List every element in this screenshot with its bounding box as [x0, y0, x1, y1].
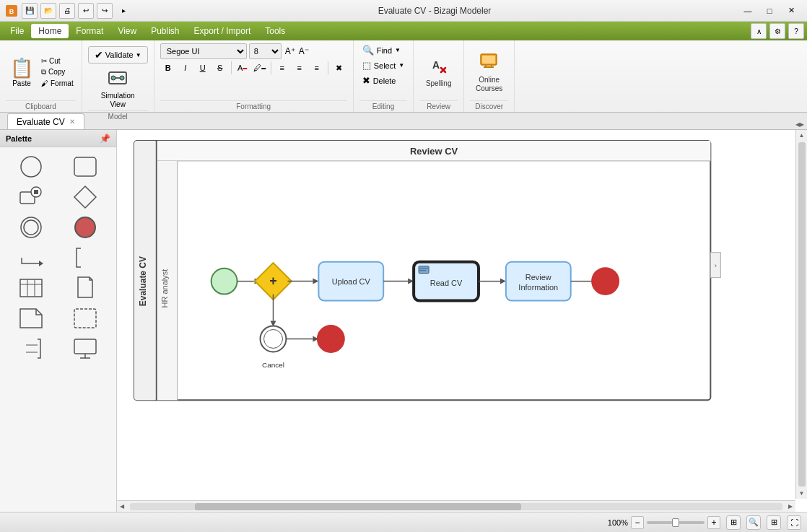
- delete-label: Delete: [373, 77, 396, 85]
- palette-item-task[interactable]: [60, 153, 111, 180]
- zoom-minus-button[interactable]: −: [631, 516, 644, 529]
- open-btn[interactable]: 📂: [40, 3, 56, 19]
- copy-button[interactable]: ⧉ Copy: [39, 67, 76, 77]
- menu-export-import[interactable]: Export / Import: [187, 24, 258, 38]
- palette-item-annotation[interactable]: [60, 244, 111, 271]
- online-courses-icon: [479, 51, 500, 74]
- highlight-button[interactable]: 🖊▬: [252, 61, 268, 75]
- tab-close-icon[interactable]: ✕: [69, 118, 75, 126]
- menu-tools[interactable]: Tools: [258, 24, 292, 38]
- palette-item-monitor[interactable]: [60, 335, 111, 362]
- spelling-button[interactable]: A Spelling: [421, 53, 457, 91]
- clipboard-inner: 📋 Paste ✂ Cut ⧉ Copy 🖌 Format: [6, 56, 76, 89]
- simulation-view-button[interactable]: SimulationView: [95, 69, 141, 110]
- palette-item-intermediate-catch[interactable]: [60, 214, 111, 241]
- save-btn[interactable]: 💾: [22, 3, 38, 19]
- palette-item-gateway[interactable]: [60, 183, 111, 211]
- palette-item-note[interactable]: [6, 305, 57, 332]
- bold-button[interactable]: B: [160, 61, 176, 75]
- palette-item-group[interactable]: [60, 305, 111, 332]
- options-btn[interactable]: ⚙: [769, 23, 785, 39]
- font-size-btns: A⁺ A⁻: [284, 43, 310, 59]
- palette-item-start-event[interactable]: [6, 153, 57, 180]
- delete-button[interactable]: ✖ Delete: [359, 74, 408, 87]
- scroll-up-button[interactable]: ▲: [797, 130, 807, 141]
- paste-button[interactable]: 📋 Paste: [6, 56, 38, 89]
- scroll-thumb-v[interactable]: [798, 142, 806, 487]
- align-center-button[interactable]: ≡: [292, 61, 307, 75]
- clear-format-button[interactable]: ✖: [331, 61, 347, 75]
- scroll-thumb-h[interactable]: [195, 503, 521, 510]
- svg-text:Read CV: Read CV: [430, 279, 463, 287]
- svg-text:Upload CV: Upload CV: [332, 277, 371, 286]
- fit-page-button[interactable]: ⊞: [726, 515, 741, 530]
- close-button[interactable]: ✕: [781, 4, 801, 18]
- vertical-scrollbar[interactable]: ▲ ▼: [795, 130, 807, 499]
- tab-evaluate-cv[interactable]: Evaluate CV ✕: [7, 113, 84, 129]
- maximize-button[interactable]: □: [759, 4, 780, 18]
- menu-format[interactable]: Format: [69, 24, 110, 38]
- redo-btn[interactable]: ↪: [97, 3, 113, 19]
- zoom-plus-button[interactable]: +: [707, 516, 720, 529]
- svg-text:Evaluate CV: Evaluate CV: [138, 256, 148, 306]
- menu-bar: File Home Format View Publish Export / I…: [0, 22, 807, 40]
- menu-home[interactable]: Home: [31, 24, 69, 38]
- scroll-right-button[interactable]: ▶: [785, 502, 795, 511]
- online-courses-button[interactable]: OnlineCourses: [471, 48, 507, 97]
- editing-label: Editing: [359, 100, 408, 110]
- validate-button[interactable]: ✔ Validate ▼: [88, 46, 148, 64]
- align-left-button[interactable]: ≡: [274, 61, 290, 75]
- palette-pin-icon[interactable]: 📌: [100, 134, 110, 144]
- tab-label: Evaluate CV: [17, 117, 65, 127]
- font-color-button[interactable]: A▬: [235, 61, 250, 75]
- separator: ▸: [115, 3, 131, 19]
- help-btn[interactable]: ?: [788, 23, 804, 39]
- format-painter-button[interactable]: 🖌 Format: [39, 79, 76, 88]
- palette-item-bracket[interactable]: [6, 335, 57, 362]
- zoom-reset-button[interactable]: 🔍: [746, 515, 761, 530]
- strikethrough-button[interactable]: S: [212, 61, 228, 75]
- font-grow-button[interactable]: A⁺: [284, 43, 297, 59]
- find-button[interactable]: 🔍 Find ▼: [359, 43, 408, 57]
- svg-text:HR analyst: HR analyst: [160, 269, 169, 308]
- scroll-down-button[interactable]: ▼: [797, 488, 807, 499]
- tab-scroll-right[interactable]: ▸: [800, 119, 804, 129]
- ribbon-collapse-btn[interactable]: ∧: [751, 23, 767, 39]
- palette-item-intermediate-event[interactable]: [6, 183, 57, 211]
- discover-buttons: OnlineCourses: [471, 43, 507, 100]
- menu-publish[interactable]: Publish: [144, 24, 186, 38]
- palette-item-end-event[interactable]: [6, 214, 57, 241]
- svg-point-3: [111, 76, 115, 80]
- formatting-label: Formatting: [160, 100, 347, 110]
- diagram-svg: Evaluate CV Review CV HR analyst ›: [117, 130, 807, 512]
- svg-rect-13: [74, 157, 96, 176]
- format-painter-label: Format: [51, 79, 74, 87]
- scroll-track-h: [130, 503, 782, 510]
- palette-item-sequence-flow[interactable]: [6, 244, 57, 271]
- title-bar: B 💾 📂 🖨 ↩ ↪ ▸ Evaluate CV - Bizagi Model…: [0, 0, 807, 22]
- italic-button[interactable]: I: [178, 61, 193, 75]
- canvas-area[interactable]: Evaluate CV Review CV HR analyst ›: [117, 130, 807, 512]
- zoom-slider[interactable]: [647, 521, 705, 524]
- align-justify-button[interactable]: ≡: [309, 61, 325, 75]
- menu-view[interactable]: View: [110, 24, 144, 38]
- palette-item-document[interactable]: [60, 274, 111, 302]
- cut-button[interactable]: ✂ Cut: [39, 56, 76, 66]
- minimize-button[interactable]: —: [738, 4, 758, 18]
- size-select[interactable]: 8 9 10 11 12: [249, 43, 282, 59]
- font-select[interactable]: Segoe UI Arial Times New Roman: [160, 43, 247, 59]
- horizontal-scrollbar[interactable]: ◀ ▶: [117, 500, 795, 512]
- underline-button[interactable]: U: [195, 61, 211, 75]
- fullscreen-button[interactable]: ⛶: [787, 515, 801, 530]
- scroll-left-button[interactable]: ◀: [117, 502, 127, 511]
- font-shrink-button[interactable]: A⁻: [297, 43, 310, 59]
- zoom-level-label: 100%: [608, 518, 628, 527]
- model-label: Model: [88, 110, 148, 121]
- menu-file[interactable]: File: [3, 24, 31, 38]
- svg-text:Information: Information: [518, 283, 558, 292]
- undo-btn[interactable]: ↩: [78, 3, 94, 19]
- palette-item-table[interactable]: [6, 274, 57, 302]
- print-btn[interactable]: 🖨: [59, 3, 75, 19]
- grid-button[interactable]: ⊞: [767, 515, 781, 530]
- select-button[interactable]: ⬚ Select ▼: [359, 58, 408, 72]
